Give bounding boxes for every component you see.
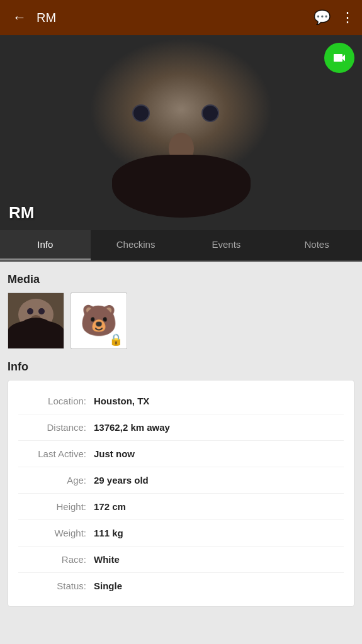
info-value-last-active: Just now [94, 448, 135, 459]
media-thumb-2[interactable]: 🐻 🔒 [71, 292, 127, 349]
svg-point-1 [18, 299, 54, 330]
message-icon[interactable]: 💬 [314, 9, 331, 26]
svg-point-2 [27, 308, 33, 314]
info-value-age: 29 years old [94, 475, 149, 486]
beard-decor [112, 155, 251, 218]
tabs-bar: Info Checkins Events Notes [0, 230, 362, 262]
info-card: Location: Houston, TX Distance: 13762,2 … [8, 380, 354, 607]
lock-emoji: 🔒 [109, 333, 123, 347]
info-label-race: Race: [18, 554, 94, 565]
content-area: Media 🐻 🔒 Info [0, 262, 362, 622]
profile-image-bg [0, 35, 362, 230]
video-call-button[interactable] [324, 43, 354, 73]
info-value-distance: 13762,2 km away [94, 422, 170, 433]
info-section-title: Info [8, 360, 354, 374]
info-row-age: Age: 29 years old [18, 467, 344, 494]
info-label-status: Status: [18, 580, 94, 591]
info-label-height: Height: [18, 501, 94, 512]
info-label-age: Age: [18, 475, 94, 486]
tab-checkins[interactable]: Checkins [91, 230, 181, 260]
info-value-status: Single [94, 580, 122, 591]
eye-right-decor [201, 104, 219, 122]
media-row: 🐻 🔒 [8, 292, 354, 349]
svg-rect-6 [8, 330, 64, 349]
tab-info[interactable]: Info [0, 230, 91, 260]
info-row-status: Status: Single [18, 573, 344, 599]
app-header: ← RM 💬 ⋮ [0, 0, 362, 35]
info-row-distance: Distance: 13762,2 km away [18, 414, 344, 441]
svg-point-5 [14, 318, 58, 349]
info-label-last-active: Last Active: [18, 448, 94, 459]
info-value-race: White [94, 554, 120, 565]
back-button[interactable]: ← [8, 4, 31, 31]
profile-name-overlay: RM [9, 203, 34, 223]
info-row-height: Height: 172 cm [18, 494, 344, 520]
profile-image-container: RM [0, 35, 362, 230]
info-row-race: Race: White [18, 547, 344, 573]
bear-thumbnail: 🐻 🔒 [71, 292, 127, 349]
info-label-location: Location: [18, 396, 94, 406]
eye-left-decor [132, 104, 150, 122]
info-value-weight: 111 kg [94, 528, 123, 538]
info-row-location: Location: Houston, TX [18, 388, 344, 414]
video-icon [332, 50, 347, 65]
info-row-last-active: Last Active: Just now [18, 441, 344, 467]
header-icons: 💬 ⋮ [314, 9, 354, 26]
info-value-height: 172 cm [94, 501, 126, 512]
info-label-weight: Weight: [18, 528, 94, 538]
media-section-title: Media [8, 273, 354, 286]
header-title: RM [37, 11, 314, 25]
info-label-distance: Distance: [18, 422, 94, 433]
info-row-weight: Weight: 111 kg [18, 520, 344, 547]
media-thumb-1[interactable] [8, 292, 64, 349]
info-value-location: Houston, TX [94, 396, 149, 406]
face-svg [8, 292, 64, 349]
menu-icon[interactable]: ⋮ [341, 9, 354, 26]
tab-notes[interactable]: Notes [271, 230, 362, 260]
svg-point-3 [38, 308, 45, 314]
profile-thumbnail [8, 292, 64, 349]
tab-events[interactable]: Events [181, 230, 272, 260]
